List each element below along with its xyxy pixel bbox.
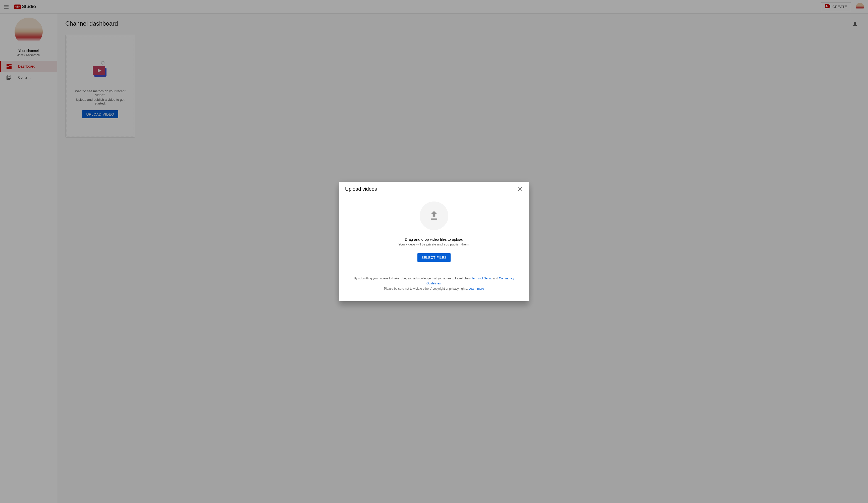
learn-more-link[interactable]: Learn more <box>469 287 484 290</box>
modal-title: Upload videos <box>345 186 377 192</box>
terms-link[interactable]: Terms of Servic <box>472 277 492 280</box>
close-icon <box>517 186 523 192</box>
upload-arrow-icon <box>429 211 439 221</box>
upload-modal: Upload videos Drag and drop video files … <box>339 182 529 301</box>
modal-body: Drag and drop video files to upload Your… <box>339 197 529 301</box>
select-files-button[interactable]: SELECT FILES <box>417 253 451 262</box>
drag-drop-text: Drag and drop video files to upload <box>405 237 463 242</box>
disclaimer-text: By submitting your videos to FakeTube, y… <box>354 276 514 291</box>
close-button[interactable] <box>517 186 523 192</box>
private-note-text: Your videos will be private until you pu… <box>399 243 470 246</box>
modal-overlay[interactable]: Upload videos Drag and drop video files … <box>0 0 868 503</box>
upload-drop-zone[interactable] <box>420 202 448 230</box>
modal-header: Upload videos <box>339 182 529 197</box>
